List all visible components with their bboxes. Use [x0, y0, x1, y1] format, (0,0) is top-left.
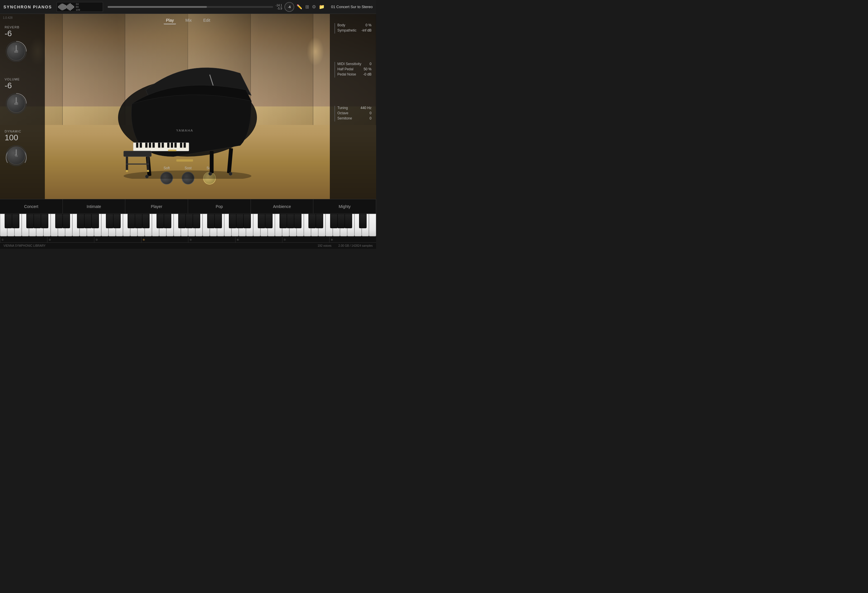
tab-mix[interactable]: Mix: [183, 17, 194, 24]
svg-rect-3: [136, 143, 138, 148]
body-param: Body 0 %: [337, 23, 372, 27]
black-key-11[interactable]: [113, 214, 121, 228]
black-key-6[interactable]: [62, 214, 70, 228]
sympathetic-value: -inf dB: [362, 28, 372, 32]
black-key-16[interactable]: [164, 214, 171, 228]
black-key-5[interactable]: [55, 214, 63, 228]
grand-piano-image: YAMAHA: [45, 20, 330, 199]
right-panel: Body 0 % Sympathetic -inf dB MIDI Sensit…: [330, 14, 376, 199]
black-key-22[interactable]: [229, 214, 236, 228]
svg-rect-5: [145, 143, 148, 148]
dynamic-section: DYNAMIC 100 %: [4, 130, 40, 167]
black-key-3[interactable]: [34, 214, 41, 228]
svg-rect-14: [183, 143, 186, 148]
svg-rect-13: [180, 143, 182, 148]
half-pedal-label: Half Pedal: [337, 67, 353, 71]
svg-rect-17: [210, 151, 213, 173]
black-key-18[interactable]: [186, 214, 193, 228]
reverb-knob[interactable]: dB: [7, 42, 25, 61]
black-key-4[interactable]: [41, 214, 48, 228]
dynamic-label: DYNAMIC: [4, 130, 21, 133]
black-key-19[interactable]: [193, 214, 200, 228]
waveform-display[interactable]: 24 89 109: [57, 2, 103, 12]
black-key-26[interactable]: [265, 214, 273, 228]
black-key-20[interactable]: [207, 214, 215, 228]
body-label: Body: [337, 23, 345, 27]
black-key-21[interactable]: [214, 214, 222, 228]
black-key-28[interactable]: [287, 214, 294, 228]
black-key-1[interactable]: [12, 214, 19, 228]
reverb-value: -6: [4, 30, 12, 38]
black-key-35[interactable]: [359, 214, 367, 228]
sympathetic-label: Sympathetic: [337, 28, 356, 32]
body-value: 0 %: [365, 23, 372, 27]
preset-mighty[interactable]: Mighty: [313, 199, 376, 214]
dynamic-value: 100: [4, 134, 18, 142]
volume-unit: dB: [14, 102, 18, 105]
black-key-30[interactable]: [309, 214, 316, 228]
db-knob[interactable]: -6: [284, 2, 294, 12]
black-key-33[interactable]: [337, 214, 345, 228]
tuning-param: Tuning 440 Hz: [337, 106, 372, 110]
preset-concert[interactable]: Concert: [0, 199, 63, 214]
dynamic-unit: %: [15, 154, 18, 157]
octave-1: ①: [0, 237, 47, 242]
keyboard-area: (function() { const container = document…: [0, 214, 376, 242]
folder-icon[interactable]: 📁: [319, 4, 325, 10]
octave-2: ②: [47, 237, 94, 242]
pencil-icon[interactable]: ✏️: [297, 4, 303, 10]
semitone-param: Semitone 0: [337, 116, 372, 120]
black-key-13[interactable]: [135, 214, 142, 228]
black-key-14[interactable]: [142, 214, 150, 228]
black-key-10[interactable]: [106, 214, 114, 228]
gear-icon[interactable]: ⚙: [312, 4, 316, 10]
black-key-23[interactable]: [236, 214, 244, 228]
svg-rect-18: [227, 148, 233, 173]
right-section-2: MIDI Sensitivity 0 Half Pedal 50 % Pedal…: [335, 62, 372, 78]
keyboard[interactable]: (function() { const container = document…: [0, 214, 376, 237]
dynamic-knob[interactable]: %: [7, 146, 25, 165]
transport-bar[interactable]: [108, 6, 273, 8]
black-key-31[interactable]: [316, 214, 323, 228]
volume-knob[interactable]: dB: [7, 94, 25, 113]
black-key-25[interactable]: [258, 214, 265, 228]
black-key-2[interactable]: [26, 214, 34, 228]
svg-rect-4: [139, 143, 142, 148]
tab-edit[interactable]: Edit: [201, 17, 213, 24]
app-title: SYNCHRON PIANOS: [3, 4, 52, 9]
black-key-27[interactable]: [279, 214, 287, 228]
preset-ambience[interactable]: Ambience: [251, 199, 314, 214]
tab-play[interactable]: Play: [164, 17, 176, 24]
grid-icon[interactable]: ⊞: [305, 4, 309, 10]
svg-point-30: [124, 170, 251, 179]
white-key-51[interactable]: [369, 214, 376, 236]
version-text: 1.0.428: [3, 16, 12, 19]
midi-sensitivity-value: 0: [369, 62, 372, 66]
octave-5: ⑤: [188, 237, 235, 242]
black-key-0[interactable]: [4, 214, 12, 228]
preset-player[interactable]: Player: [125, 199, 188, 214]
brand-label: VIENNA SYMPHONIC LIBRARY: [3, 244, 46, 247]
octave-3: ③: [94, 237, 141, 242]
preset-pop[interactable]: Pop: [188, 199, 251, 214]
black-key-34[interactable]: [345, 214, 352, 228]
octave-label: Octave: [337, 111, 348, 115]
black-key-29[interactable]: [294, 214, 301, 228]
black-key-24[interactable]: [243, 214, 251, 228]
black-key-9[interactable]: [92, 214, 99, 228]
status-bar: VIENNA SYMPHONIC LIBRARY 192 voices 2.00…: [0, 242, 376, 249]
half-pedal-param: Half Pedal 50 %: [337, 67, 372, 71]
top-tabs: Play Mix Edit: [164, 17, 213, 24]
black-key-8[interactable]: [84, 214, 92, 228]
black-key-12[interactable]: [128, 214, 135, 228]
svg-rect-26: [125, 164, 149, 165]
level-display: -14.1 -5.9: [275, 4, 282, 10]
preset-intimate[interactable]: Intimate: [63, 199, 125, 214]
svg-rect-6: [149, 143, 151, 148]
octave-numbers: ① ② ③ ④ ⑤ ⑥ ⑦ ⑧: [0, 237, 376, 242]
waveform-numbers: 24 89 109: [76, 3, 80, 11]
black-key-32[interactable]: [330, 214, 338, 228]
black-key-15[interactable]: [156, 214, 164, 228]
black-key-17[interactable]: [178, 214, 186, 228]
black-key-7[interactable]: [77, 214, 84, 228]
